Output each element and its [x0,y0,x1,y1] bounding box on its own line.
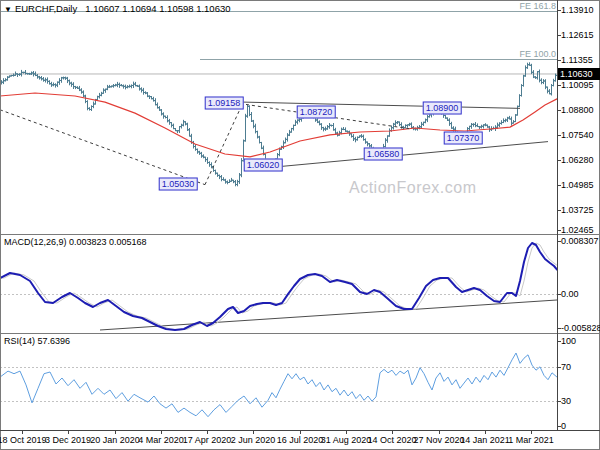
trendline-3 [243,102,520,108]
price-tag-2[interactable]: 1.08900 [423,102,462,115]
ohlc-quotes: 1.10607 1.10694 1.10598 1.10630 [85,3,230,14]
date-label-7: 31 Aug 2020 [321,435,372,445]
window-marker-icon[interactable]: ▼ [4,5,12,14]
date-label-1: 3 Dec 2019 [45,435,91,445]
price-axis-label-9: 1.02465 [561,225,594,235]
price-tag-3[interactable]: 1.06020 [244,159,283,172]
trendline-0 [0,110,205,185]
price-axis-label-6: 1.06280 [561,155,594,165]
symbol-period-label: EURCHF,Daily [15,3,77,14]
rsi-axis-label-2: 30 [561,396,571,406]
date-label-9: 27 Nov 2020 [413,435,464,445]
price-axis-label-3: 1.10095 [561,80,594,90]
date-label-0: 18 Oct 2019 [0,435,47,445]
macd-indicator-label: MACD(12,26,9) 0.003823 0.005168 [4,237,147,247]
date-label-2: 20 Jan 2020 [90,435,140,445]
price-axis-label-2: 1.11355 [561,55,593,65]
price-axis-label-4: 1.08800 [561,105,594,115]
price-tag-5[interactable]: 1.06580 [364,148,403,161]
date-label-5: 2 Jun 2020 [231,435,276,445]
trendline-1 [205,103,243,185]
rsi-axis-label-0: 100 [561,336,576,346]
rsi-line [0,353,557,417]
watermark: ActionForex.com [349,179,477,197]
macd-axis-label-0: 0.008307 [561,236,599,246]
chart-header: ▼EURCHF,Daily1.10607 1.10694 1.10598 1.1… [4,3,231,14]
price-tag-4[interactable]: 1.05030 [159,178,198,191]
chart-canvas [0,0,600,450]
macd-axis-label-2: -0.005828 [561,323,600,333]
rsi-axis-label-1: 70 [561,362,571,372]
date-label-4: 17 Apr 2020 [183,435,232,445]
fib-expansion-label-1: FE 100.0 [519,49,556,59]
date-label-10: 14 Jan 2021 [460,435,510,445]
price-tag-0[interactable]: 1.09158 [205,97,244,110]
price-axis-label-1: 1.12615 [561,30,594,40]
price-tag-1[interactable]: 1.08720 [297,106,336,119]
current-price-badge: 1.10630 [558,68,600,80]
fib-expansion-label-0: FE 161.8 [519,1,556,11]
macd-signal-line [0,243,561,330]
date-label-6: 16 Jul 2020 [277,435,324,445]
date-label-8: 14 Oct 2020 [367,435,416,445]
price-axis-label-7: 1.04985 [561,180,594,190]
price-tag-6[interactable]: 1.07370 [444,132,483,145]
price-axis-label-5: 1.07540 [561,130,594,140]
macd-main-line [0,243,557,330]
window-border [1,1,600,450]
price-axis-label-0: 1.13910 [561,5,594,15]
date-label-11: 1 Mar 2021 [508,435,554,445]
trading-chart-window: ▼EURCHF,Daily1.10607 1.10694 1.10598 1.1… [0,0,600,450]
rsi-axis-label-3: 0 [561,421,566,431]
date-label-3: 4 Mar 2020 [138,435,184,445]
macd-axis-label-1: 0.00 [561,289,579,299]
price-axis-label-8: 1.03725 [561,205,594,215]
macd-trendline [100,300,557,330]
rsi-indicator-label: RSI(14) 57.6396 [4,336,70,346]
